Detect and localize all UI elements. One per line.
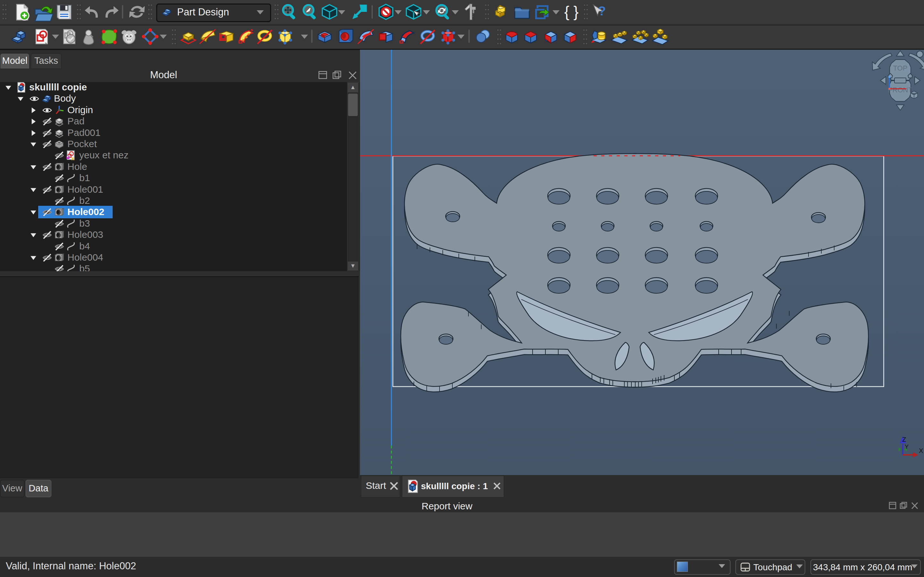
svg-text:Y: Y: [905, 444, 909, 450]
svg-text:TOP: TOP: [893, 64, 908, 72]
svg-text:FRONT: FRONT: [888, 86, 913, 94]
svg-text:{ }: { }: [564, 3, 579, 20]
svg-text:Z: Z: [902, 436, 906, 443]
svg-text:?: ?: [598, 3, 606, 18]
svg-text:X: X: [919, 447, 923, 454]
svg-text:x: x: [71, 155, 75, 161]
